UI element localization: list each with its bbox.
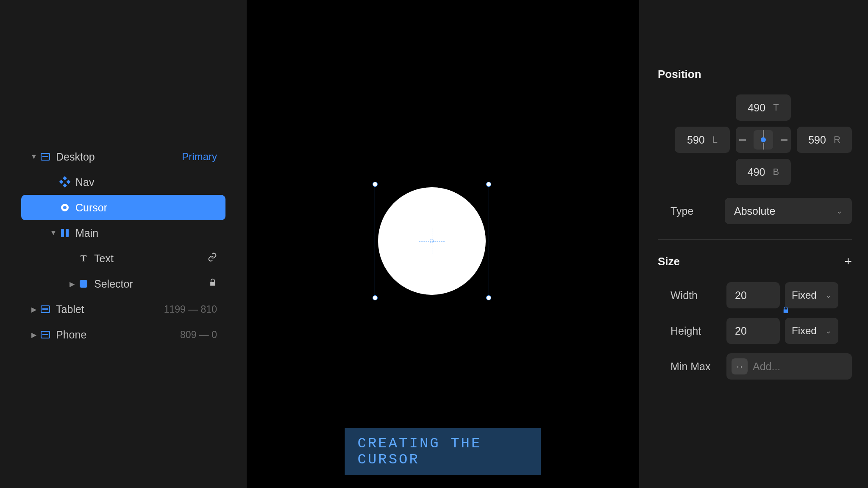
breakpoint-badge: Primary [182,151,217,163]
width-input[interactable]: 20 [726,282,780,308]
position-left-input[interactable]: 590 L [675,127,730,153]
position-top-input[interactable]: 490 T [736,94,791,121]
chevron-down-icon: ⌄ [825,291,832,300]
chevron-down-icon: ⌄ [836,206,843,216]
breakpoint-range: 1199 — 810 [164,304,217,315]
resize-handle-tr[interactable] [486,182,491,187]
minmax-input[interactable]: ↔ Add... [726,353,852,380]
sidebar-item-tablet[interactable]: ▶ Tablet 1199 — 810 [21,297,225,322]
position-bottom-input[interactable]: 490 B [736,159,791,185]
anchor-selector[interactable] [736,127,791,153]
layer-label: Text [91,252,208,265]
tutorial-caption: CREATING THE CURSOR [345,428,541,475]
sidebar-item-selector[interactable]: ▶ Selector [21,271,225,297]
layer-label: Cursor [72,202,217,214]
resize-handle-bl[interactable] [373,295,378,300]
position-type-dropdown[interactable]: Absolute ⌄ [725,198,852,224]
resize-handle-br[interactable] [486,295,491,300]
position-right-input[interactable]: 590 R [797,127,852,153]
layer-label: Desktop [53,151,182,163]
width-mode-dropdown[interactable]: Fixed ⌄ [785,282,838,308]
component-icon [58,178,72,186]
layer-label: Nav [72,176,217,189]
chevron-down-icon: ▼ [49,229,58,237]
layer-label: Selector [91,278,209,290]
link-icon [208,252,217,264]
sidebar-item-desktop[interactable]: ▼ Desktop Primary [21,144,225,169]
sidebar-item-text[interactable]: T Text [21,246,225,271]
width-label: Width [658,289,721,302]
circle-icon [58,204,72,211]
box-icon [76,280,91,288]
frame-icon [38,153,53,161]
columns-icon [58,229,72,237]
center-crosshair [419,228,445,254]
layer-label: Phone [53,329,180,341]
resize-handle-tl[interactable] [373,182,378,187]
position-type-label: Type [658,205,717,217]
lock-icon [209,278,217,289]
chevron-right-icon: ▶ [68,280,76,288]
layers-panel: ▼ Desktop Primary Nav Cursor ▼ Main T Te… [0,0,247,488]
aspect-lock-icon[interactable] [781,305,790,315]
frame-icon [38,331,53,338]
inspector-panel: Position 490 T 590 L 590 R 490 B [639,0,868,488]
height-mode-dropdown[interactable]: Fixed ⌄ [785,318,838,344]
layer-label: Tablet [53,303,164,316]
size-section-title: Size [658,255,680,268]
frame-icon [38,305,53,313]
breakpoint-range: 809 — 0 [180,329,217,341]
sidebar-item-main[interactable]: ▼ Main [21,220,225,246]
layer-label: Main [72,227,217,239]
horizontal-arrows-icon: ↔ [732,358,748,374]
sidebar-item-phone[interactable]: ▶ Phone 809 — 0 [21,322,225,347]
selected-element[interactable] [375,184,489,298]
add-size-button[interactable]: + [844,254,852,269]
minmax-label: Min Max [658,360,721,373]
sidebar-item-nav[interactable]: Nav [21,169,225,195]
canvas[interactable]: CREATING THE CURSOR [247,0,639,488]
height-label: Height [658,325,721,337]
text-icon: T [76,253,91,264]
chevron-down-icon: ▼ [30,153,38,161]
position-section-title: Position [658,68,852,81]
chevron-down-icon: ⌄ [825,326,832,336]
position-grid: 490 T 590 L 590 R 490 B [658,94,852,185]
chevron-right-icon: ▶ [30,331,38,339]
section-divider [658,239,852,240]
sidebar-item-cursor[interactable]: Cursor [21,195,225,220]
chevron-right-icon: ▶ [30,305,38,313]
height-input[interactable]: 20 [726,318,780,344]
